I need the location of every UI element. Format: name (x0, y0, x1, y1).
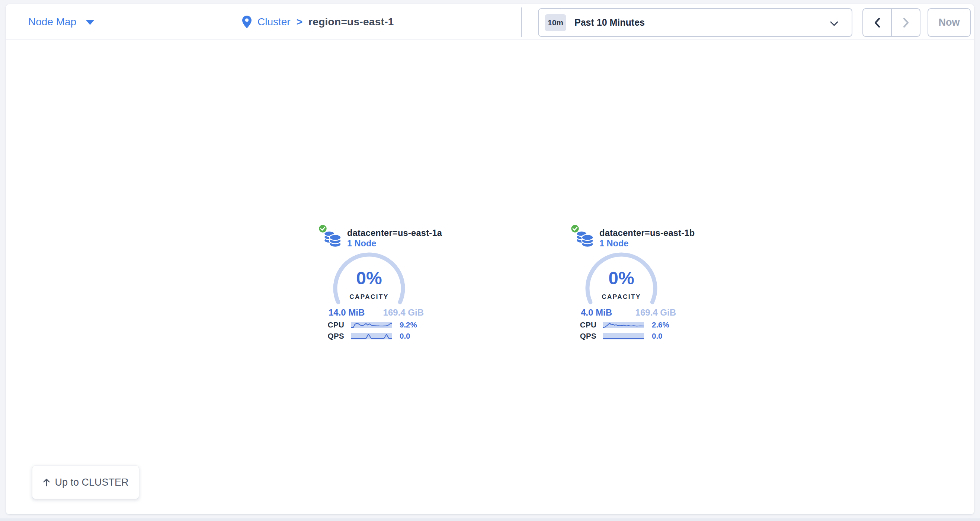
qps-metric-row: QPS 0.0 (326, 331, 417, 341)
capacity-used: 14.0 MiB (329, 308, 364, 318)
capacity-label: CAPACITY (333, 293, 405, 301)
capacity-label: CAPACITY (585, 293, 657, 301)
qps-label: QPS (326, 331, 344, 341)
metric-rows: CPU 9.2% QPS 0.0 (326, 320, 417, 343)
capacity-gauge: 0% CAPACITY (585, 252, 657, 305)
time-prev-button[interactable] (863, 9, 892, 36)
location-pin-icon (242, 16, 251, 28)
cpu-metric-row: CPU 2.6% (578, 320, 669, 330)
capacity-available: 169.4 GiB (383, 308, 424, 318)
qps-value: 0.0 (652, 331, 663, 341)
up-to-cluster-button[interactable]: Up to CLUSTER (32, 465, 139, 499)
capacity-gauge: 0% CAPACITY (333, 252, 405, 305)
cpu-sparkline (351, 322, 392, 328)
chevron-down-icon (830, 21, 838, 26)
healthy-check-icon (318, 224, 328, 234)
up-to-cluster-label: Up to CLUSTER (55, 477, 128, 488)
locality-title: datacenter=us-east-1a (347, 228, 442, 238)
time-range-dropdown[interactable]: 10m Past 10 Minutes (538, 8, 853, 37)
locality-node-count: 1 Node (347, 239, 376, 249)
metric-rows: CPU 2.6% QPS 0.0 (578, 320, 669, 343)
cpu-value: 2.6% (652, 320, 669, 329)
breadcrumb-cluster-link[interactable]: Cluster (258, 16, 291, 28)
arrow-up-icon (42, 478, 51, 487)
time-step-buttons (862, 8, 921, 37)
qps-sparkline (351, 333, 392, 339)
locality-card-us-east-1a[interactable]: datacenter=us-east-1a 1 Node 0% CAPACITY… (317, 221, 432, 344)
locality-card-us-east-1b[interactable]: datacenter=us-east-1b 1 Node 0% CAPACITY… (569, 221, 684, 344)
caret-down-icon (86, 20, 94, 25)
qps-metric-row: QPS 0.0 (578, 331, 669, 341)
cpu-label: CPU (578, 320, 597, 329)
time-range-badge: 10m (545, 14, 566, 31)
qps-label: QPS (578, 331, 597, 341)
chevron-right-icon (902, 17, 910, 28)
breadcrumb-separator: > (296, 16, 302, 28)
capacity-percent: 0% (585, 269, 657, 288)
qps-value: 0.0 (399, 331, 410, 341)
capacity-available: 169.4 GiB (635, 308, 676, 318)
now-button[interactable]: Now (928, 8, 971, 37)
chevron-left-icon (873, 17, 881, 28)
cpu-label: CPU (326, 320, 344, 329)
node-map-page: Node Map Cluster > region=us-east-1 10m … (0, 0, 980, 521)
cpu-sparkline (603, 322, 644, 328)
view-selector-label: Node Map (28, 16, 76, 28)
cpu-value: 9.2% (399, 320, 417, 329)
locality-title: datacenter=us-east-1b (600, 228, 695, 238)
capacity-percent: 0% (333, 269, 405, 288)
bottom-strip (0, 518, 980, 521)
header-divider (521, 8, 522, 37)
healthy-check-icon (570, 224, 580, 234)
capacity-values: 14.0 MiB 169.4 GiB (329, 308, 424, 318)
breadcrumb-current: region=us-east-1 (309, 16, 394, 28)
breadcrumb: Cluster > region=us-east-1 (242, 4, 394, 40)
time-next-button[interactable] (892, 9, 920, 36)
cpu-metric-row: CPU 9.2% (326, 320, 417, 330)
capacity-used: 4.0 MiB (581, 308, 612, 318)
view-selector-dropdown[interactable]: Node Map (28, 4, 94, 40)
time-range-label: Past 10 Minutes (574, 17, 645, 28)
qps-sparkline (603, 333, 644, 339)
capacity-values: 4.0 MiB 169.4 GiB (581, 308, 676, 318)
header-bar: Node Map Cluster > region=us-east-1 10m … (6, 4, 974, 40)
locality-node-count: 1 Node (600, 239, 628, 249)
main-panel: Node Map Cluster > region=us-east-1 10m … (6, 4, 974, 514)
